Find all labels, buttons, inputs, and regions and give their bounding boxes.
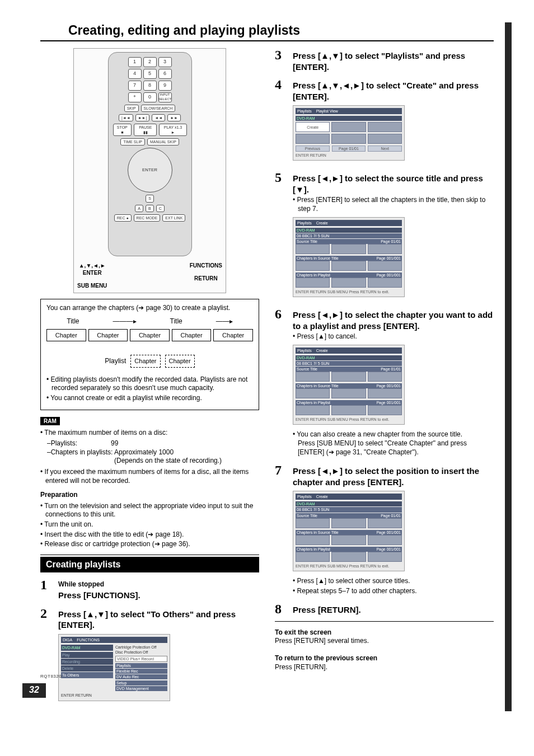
search-fwd: ►► (167, 114, 181, 121)
step-1-pre: While stopped (58, 580, 259, 589)
callout-right: FUNCTIONS RETURN (190, 262, 222, 289)
osd4-cell (368, 122, 402, 132)
osd6-hint: ENTER RETURN SUB MENU Press RETURN to ex… (296, 417, 402, 422)
osd6-row1: Source Title (297, 367, 317, 372)
remote-rec-row: REC ● REC MODE EXT LINK (114, 214, 186, 222)
remote-control-figure: 1 2 3 4 5 6 7 8 9 ＊ 0 INPUT SELECT SKIP … (73, 48, 226, 293)
step-7-bullet-2: Repeat steps 5–7 to add other chapters. (293, 587, 494, 596)
remote-outline: 1 2 3 4 5 6 7 8 9 ＊ 0 INPUT SELECT SKIP … (108, 52, 192, 256)
osd5-h3: Create (316, 220, 328, 226)
exit-h1: To exit the screen (275, 628, 494, 637)
chapter-5: Chapter (213, 329, 253, 341)
nav-ring: ENTER (128, 148, 172, 192)
section-creating-playlists: Creating playlists (40, 557, 259, 573)
exit-h2: To return to the previous screen (275, 654, 494, 663)
step-1-lead: Press [FUNCTIONS]. (58, 590, 259, 601)
recmode-key: REC MODE (134, 214, 161, 222)
remote-transport-2: STOP ■ PAUSE ▮▮ PLAY x1.3 ► (113, 124, 187, 136)
chapter-1: Chapter (46, 329, 86, 341)
osd5-page: Page 01/01 (381, 239, 401, 244)
step-3-lead: Press [▲,▼] to select "Playlists" and pr… (293, 50, 494, 72)
osd5-hint: ENTER RETURN SUB MENU Press RETURN to ex… (296, 289, 402, 294)
two-column-layout: 1 2 3 4 5 6 7 8 9 ＊ 0 INPUT SELECT SKIP … (0, 0, 534, 711)
osd6-row3: Chapters in Playlist (297, 400, 330, 405)
step-5-bullet: Press [ENTER] to select all the chapters… (293, 196, 494, 213)
osd2-right-4: Setup (115, 680, 167, 685)
step-4-lead: Press [▲,▼,◄,►] to select "Create" and p… (293, 80, 494, 102)
osd6-h2: DVD-RAM (296, 355, 402, 360)
osd6-h1: Playlists (297, 348, 312, 353)
skip-back: |◄◄ (119, 114, 133, 121)
callout-left: ▲,▼,◄,► ENTER SUB MENU (77, 262, 107, 289)
extlink-key: EXT LINK (162, 214, 185, 222)
exit-block: To exit the screen Press [RETURN] severa… (275, 628, 494, 672)
osd5-row1: Source Title (297, 239, 317, 244)
ram-ch-val: Approximately 1000 (114, 448, 174, 456)
step-5: 5 Press [◄,►] to select the source title… (275, 171, 494, 303)
pl-chapter-1: Chapter (130, 355, 160, 367)
step-7-num: 7 (275, 463, 287, 598)
remote-letters: A B C (135, 205, 164, 212)
preparation-list: Turn on the television and select the ap… (40, 502, 259, 549)
osd4-create-cell: Create (296, 122, 330, 132)
c-key: C (156, 205, 165, 212)
step-5-lead: Press [◄,►] to select the source title a… (293, 173, 494, 195)
search-back: ◄◄ (152, 114, 165, 121)
osd4-grid: Create (296, 122, 402, 144)
key-9: 9 (158, 81, 172, 91)
ram-info: The maximum number of items on a disc: (40, 429, 259, 438)
stop-btn: STOP ■ (113, 124, 132, 136)
osd2-right-2: Flexible Rec (115, 669, 167, 674)
osd4-prev: Previous (296, 145, 330, 152)
timeslip-btn: TIME SLIP (120, 138, 145, 145)
osd2-brand: DIGA (63, 637, 72, 642)
key-8: 8 (143, 81, 157, 91)
osd4-page: Page 01/01 (332, 145, 366, 152)
remote-skip-row: SKIP SLOW/SEARCH (124, 105, 176, 112)
step-8-num: 8 (275, 602, 287, 617)
osd-functions: DIGA FUNCTIONS DVD-RAM Play Recording De… (58, 634, 170, 701)
osd4-cell (331, 134, 366, 144)
osd2-right-5: DVD Management (115, 686, 167, 691)
osd5-row3: Chapters in Playlist (297, 273, 330, 278)
remote-keypad: 1 2 3 4 5 6 7 8 9 ＊ 0 INPUT SELECT (128, 57, 172, 102)
page-side-stripe (505, 22, 512, 711)
osd4-h2: DVD-RAM (296, 116, 402, 121)
box-bullet-1: Editing playlists doesn't modify the rec… (46, 375, 253, 393)
title-label-2: Title (170, 317, 182, 326)
step-7: 7 Press [◄,►] to select the position to … (275, 463, 494, 598)
step-3-num: 3 (275, 48, 287, 73)
left-column: 1 2 3 4 5 6 7 8 9 ＊ 0 INPUT SELECT SKIP … (40, 48, 259, 711)
prep-1: Turn on the television and select the ap… (40, 502, 259, 519)
key-5: 5 (143, 69, 157, 79)
osd-step5: Playlists Create DVD-RAM 08 BBC1 7/ 5 SU… (293, 217, 405, 298)
step-6: 6 Press [◄,►] to select the chapter you … (275, 307, 494, 459)
ram-ch-label: –Chapters in playlists: (47, 448, 113, 456)
osd5-row2: Chapters in Source Title (297, 256, 339, 261)
osd2-left-1: Recording (61, 659, 113, 665)
osd2-footer: ENTER RETURN (61, 693, 167, 698)
playlist-label: Playlist (105, 357, 126, 366)
osd4-cell (296, 134, 330, 144)
b-key: B (146, 205, 154, 212)
pl-chapter-2: Chapter (165, 355, 195, 367)
step-2-lead: Press [▲,▼] to select "To Others" and pr… (58, 609, 259, 631)
page-title: Creating, editing and playing playlists (40, 22, 494, 39)
key-4: 4 (128, 69, 142, 79)
osd5-h2: DVD-RAM (296, 228, 402, 233)
prep-2: Turn the unit on. (40, 520, 259, 529)
key-input: INPUT SELECT (158, 92, 172, 102)
chapter-3: Chapter (130, 329, 170, 341)
preparation-head: Preparation (40, 491, 259, 500)
step-8: 8 Press [RETURN]. (275, 602, 494, 617)
chapter-row: Chapter Chapter Chapter Chapter Chapter (46, 329, 253, 341)
step-3: 3 Press [▲,▼] to select "Playlists" and … (275, 48, 494, 73)
osd6-meta: 08 BBC1 7/ 5 SUN (296, 361, 402, 366)
step-4: 4 Press [▲,▼,◄,►] to select "Create" and… (275, 78, 494, 166)
ram-pl-label: –Playlists: (47, 439, 77, 448)
osd5-page3: Page 001/001 (376, 273, 401, 278)
osd2-left-0: Play (61, 652, 113, 658)
prep-3: Insert the disc with the title to edit (… (40, 530, 259, 539)
remote-aux-row: TIME SLIP MANUAL SKIP (120, 138, 179, 145)
step-5-num: 5 (275, 171, 287, 303)
